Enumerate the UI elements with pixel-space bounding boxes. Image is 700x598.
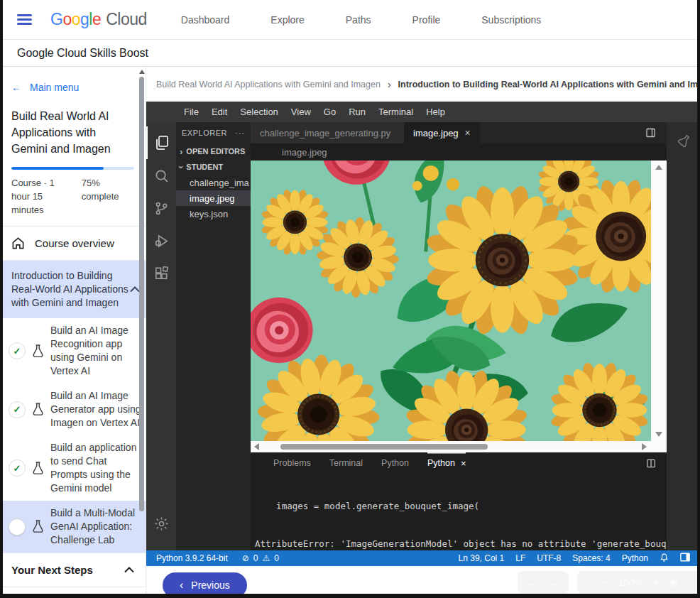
close-icon[interactable]: × (465, 127, 471, 138)
folder-student[interactable]: › STUDENT (176, 159, 251, 175)
lab-flask-icon (32, 520, 44, 533)
image-vertical-scrollbar[interactable] (651, 161, 667, 452)
lab-flask-icon (32, 344, 44, 358)
sidebar-item-lab-3[interactable]: ✓ Build an application to send Chat Prom… (0, 435, 146, 501)
sidebar-scrollbar[interactable] (138, 68, 145, 597)
next-steps-section-header[interactable]: Your Next Steps (0, 553, 146, 587)
incomplete-circle-icon (9, 518, 26, 536)
module-section-header[interactable]: Introduction to Building Real-World AI A… (0, 261, 146, 318)
page: Google Cloud Dashboard Explore Paths Pro… (0, 0, 700, 598)
split-editor-icon[interactable] (645, 127, 657, 141)
layout-icon[interactable] (680, 553, 690, 564)
sidebar-item-lab-1[interactable]: ✓ Build an AI Image Recognition app usin… (0, 318, 146, 384)
course-duration: Course · 1 hour 15 minutes (11, 176, 70, 217)
top-nav-items: Dashboard Explore Paths Profile Subscrip… (181, 14, 542, 26)
terminal-panel: Problems Terminal Python Python × (251, 452, 667, 550)
lab-flask-icon (32, 403, 44, 416)
scrollbar-thumb[interactable] (280, 444, 488, 450)
file-keys-json[interactable]: keys.json (176, 206, 251, 222)
panel-tabbar: Problems Terminal Python Python × (251, 452, 667, 474)
scroll-left-arrow-icon[interactable] (254, 443, 259, 450)
completed-check-icon: ✓ (9, 342, 26, 359)
search-icon[interactable] (146, 159, 176, 192)
frame-edge (697, 0, 700, 598)
zoom-reset-icon[interactable]: ⊕ (670, 577, 678, 588)
hamburger-menu-icon[interactable] (17, 14, 32, 25)
source-control-icon[interactable] (146, 192, 176, 224)
file-image-jpeg[interactable]: image.jpeg (176, 190, 251, 206)
nav-explore[interactable]: Explore (270, 14, 304, 26)
menu-go[interactable]: Go (317, 107, 342, 117)
split-panel-icon[interactable] (646, 458, 657, 471)
python-version[interactable]: Python 3.9.2 64-bit (156, 553, 228, 563)
explorer-more-actions-icon[interactable]: ··· (235, 129, 245, 137)
generated-flower-image[interactable] (251, 161, 651, 441)
tab-image-jpeg[interactable]: image.jpeg × (404, 122, 480, 143)
chevron-right-icon: › (388, 79, 391, 90)
frame-edge (0, 594, 700, 598)
back-arrow-icon: ← (11, 82, 21, 93)
nav-subscriptions[interactable]: Subscriptions (481, 14, 541, 26)
sidebar-item-lab-2[interactable]: ✓ Build an AI Image Generator app using … (0, 384, 146, 435)
menu-edit[interactable]: Edit (205, 107, 234, 117)
close-icon[interactable]: × (461, 458, 466, 469)
explorer-icon[interactable] (146, 126, 176, 159)
menu-selection[interactable]: Selection (234, 107, 284, 117)
left-arrow-icon[interactable]: ← (527, 577, 537, 589)
code-editor-window: File Edit Selection View Go Run Terminal… (146, 102, 700, 566)
scroll-right-arrow-icon[interactable] (642, 443, 647, 450)
course-overview-link[interactable]: Course overview (0, 227, 146, 260)
chevron-left-icon: ‹ (180, 580, 183, 591)
logo-letter: g (80, 10, 89, 29)
home-icon (11, 237, 25, 250)
panel-tab-terminal[interactable]: Terminal (329, 452, 363, 474)
top-navbar: Google Cloud Dashboard Explore Paths Pro… (0, 0, 700, 40)
menu-file[interactable]: File (177, 107, 205, 117)
completed-check-icon: ✓ (9, 401, 26, 418)
zoom-out-icon[interactable]: − (601, 577, 607, 588)
logo-letter: e (92, 10, 101, 29)
logo-letter: o (62, 10, 71, 29)
menu-help[interactable]: Help (420, 107, 452, 117)
extensions-icon[interactable] (146, 257, 176, 290)
zoom-controls[interactable]: − 100% + ⊕ (577, 571, 700, 594)
zoom-level: 100% (618, 577, 642, 588)
google-cloud-logo[interactable]: Google Cloud (50, 10, 147, 29)
panel-tab-problems[interactable]: Problems (273, 452, 311, 474)
chevron-down-icon: › (177, 165, 186, 168)
menu-view[interactable]: View (285, 107, 317, 117)
scroll-down-arrow-icon[interactable] (655, 432, 662, 437)
scroll-up-arrow-icon[interactable] (655, 165, 662, 170)
nav-dashboard[interactable]: Dashboard (181, 14, 230, 26)
settings-gear-icon[interactable] (146, 516, 176, 532)
editor-breadcrumb[interactable]: image.jpeg (251, 143, 667, 161)
image-horizontal-scrollbar[interactable] (251, 441, 651, 452)
menu-terminal[interactable]: Terminal (372, 107, 420, 117)
run-debug-icon[interactable] (146, 224, 176, 257)
menu-run[interactable]: Run (342, 107, 372, 117)
panel-tab-python-1[interactable]: Python (381, 452, 409, 474)
course-title: Build Real World AI Applications with Ge… (0, 102, 146, 158)
logo-letter: o (72, 10, 80, 29)
main-area: Build Real World AI Applications with Ge… (146, 67, 700, 598)
error-icon: ⊘ (242, 553, 249, 563)
pagination-arrows[interactable]: ← → (518, 571, 569, 594)
zoom-in-icon[interactable]: + (653, 577, 659, 588)
chevron-right-icon: › (180, 147, 182, 156)
nav-profile[interactable]: Profile (412, 14, 441, 26)
breadcrumb: Build Real World AI Applications with Ge… (146, 67, 700, 102)
breadcrumb-course[interactable]: Build Real World AI Applications with Ge… (156, 80, 381, 89)
scroll-up-arrow-icon[interactable] (139, 70, 145, 74)
right-arrow-icon[interactable]: → (549, 577, 559, 589)
scrollbar-thumb[interactable] (139, 77, 144, 511)
file-challenge-image-generating[interactable]: challenge_ima (176, 175, 251, 190)
panel-tab-python-2-active[interactable]: Python × (427, 452, 466, 474)
main-menu-back-link[interactable]: ← Main menu (0, 67, 146, 102)
breadcrumb-module: Introduction to Building Real-World AI A… (398, 80, 700, 89)
lab-flask-icon[interactable] (676, 134, 691, 151)
nav-paths[interactable]: Paths (346, 14, 371, 26)
tab-challenge-image-generating[interactable]: challenge_image_generating.py (251, 122, 404, 143)
open-editors-section[interactable]: › OPEN EDITORS (176, 143, 251, 159)
sidebar-item-lab-4-selected[interactable]: Build a Multi-Modal GenAI Application: C… (0, 501, 146, 553)
frame-edge (0, 0, 3, 598)
